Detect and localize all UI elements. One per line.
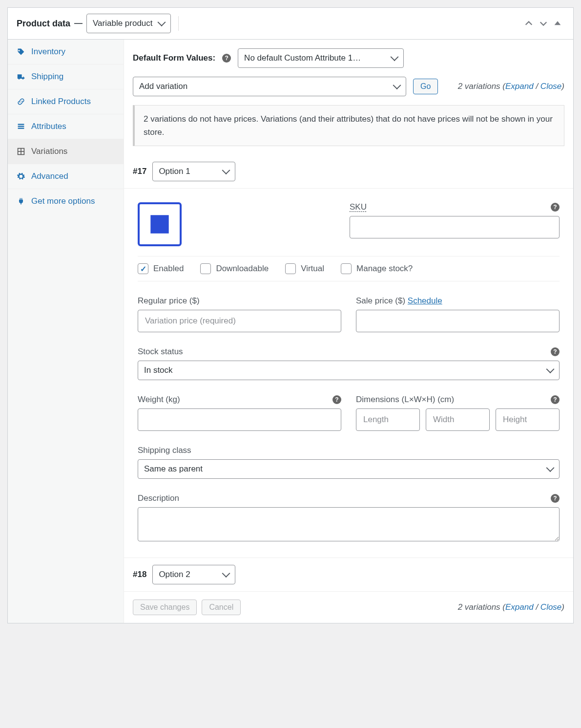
truck-icon [17, 72, 25, 81]
regular-price-input[interactable] [138, 310, 341, 332]
schedule-link[interactable]: Schedule [408, 296, 442, 305]
svg-rect-0 [18, 124, 24, 125]
footer-row: Save changes Cancel 2 variations (Expand… [124, 591, 573, 623]
sku-input[interactable] [350, 216, 560, 238]
variation-17-body: SKU ? Enabled Downloadable [124, 188, 573, 557]
product-data-panel: Product data — Variable product Inventor… [7, 7, 574, 623]
move-down-icon[interactable] [536, 19, 551, 28]
stock-status-select[interactable]: In stock [138, 361, 560, 380]
panel-header: Product data — Variable product [8, 8, 573, 40]
default-form-values-row: Default Form Values: ? No default Custom… [124, 40, 573, 77]
help-icon[interactable]: ? [222, 54, 231, 63]
add-variation-row: Add variation Go 2 variations (Expand / … [124, 77, 573, 105]
default-form-values-label: Default Form Values: [133, 53, 215, 63]
variation-18-option-select[interactable]: Option 2 [152, 565, 235, 584]
width-input[interactable] [426, 408, 490, 431]
description-label: Description [138, 493, 179, 503]
help-icon[interactable]: ? [551, 494, 560, 503]
sale-price-input[interactable] [356, 310, 560, 332]
product-type-select[interactable]: Variable product [86, 14, 171, 33]
sidebar-item-linked[interactable]: Linked Products [8, 89, 124, 114]
grid-icon [17, 147, 25, 156]
sidebar: Inventory Shipping Linked Products Attri… [8, 40, 124, 623]
variation-17-option-select[interactable]: Option 1 [152, 162, 235, 181]
sidebar-item-inventory[interactable]: Inventory [8, 40, 124, 64]
variation-id: #18 [133, 570, 146, 579]
move-up-icon[interactable] [521, 19, 536, 28]
sidebar-item-advanced[interactable]: Advanced [8, 164, 124, 189]
regular-price-label: Regular price ($) [138, 296, 200, 306]
panel-title: Product data [17, 19, 70, 29]
svg-rect-2 [18, 128, 24, 128]
description-textarea[interactable] [138, 507, 560, 541]
svg-rect-1 [18, 126, 24, 127]
checkbox-icon [285, 263, 296, 274]
main-content: Default Form Values: ? No default Custom… [124, 40, 573, 623]
dimensions-label: Dimensions (L×W×H) (cm) [356, 395, 454, 405]
variation-id: #17 [133, 167, 146, 176]
stock-status-label: Stock status [138, 347, 183, 357]
link-icon [17, 97, 25, 106]
add-variation-select[interactable]: Add variation [133, 77, 406, 96]
save-changes-button[interactable]: Save changes [133, 600, 197, 615]
virtual-checkbox[interactable]: Virtual [285, 263, 324, 274]
sidebar-item-attributes[interactable]: Attributes [8, 114, 124, 139]
checkbox-icon [200, 263, 211, 274]
collapse-icon[interactable] [551, 20, 564, 27]
sku-label: SKU [350, 202, 367, 212]
gear-icon [17, 172, 25, 181]
go-button[interactable]: Go [413, 79, 438, 94]
plug-icon [17, 197, 25, 206]
length-input[interactable] [356, 408, 420, 431]
variations-count-bottom: 2 variations (Expand / Close) [458, 602, 564, 612]
help-icon[interactable]: ? [551, 347, 560, 356]
price-warning-notice: 2 variations do not have prices. Variati… [133, 105, 564, 146]
manage-stock-checkbox[interactable]: Manage stock? [341, 263, 413, 274]
variations-count-top: 2 variations (Expand / Close) [458, 82, 564, 91]
default-attribute-select[interactable]: No default Custom Attribute 1… [238, 48, 404, 68]
checkbox-icon [138, 263, 148, 274]
sidebar-item-more[interactable]: Get more options [8, 189, 124, 214]
checkbox-icon [341, 263, 352, 274]
checkbox-row: Enabled Downloadable Virtual Manage stoc… [138, 256, 560, 281]
help-icon[interactable]: ? [551, 203, 560, 212]
weight-label: Weight (kg) [138, 395, 180, 405]
variation-17-header[interactable]: #17 Option 1 [124, 155, 573, 188]
expand-link[interactable]: Expand [505, 82, 534, 91]
expand-link[interactable]: Expand [505, 602, 534, 612]
sidebar-item-variations[interactable]: Variations [8, 139, 124, 164]
list-icon [17, 122, 25, 131]
sidebar-item-shipping[interactable]: Shipping [8, 64, 124, 89]
tag-icon [17, 47, 25, 56]
downloadable-checkbox[interactable]: Downloadable [200, 263, 269, 274]
height-input[interactable] [496, 408, 560, 431]
variation-image-upload[interactable] [138, 202, 182, 246]
enabled-checkbox[interactable]: Enabled [138, 263, 184, 274]
shipping-class-select[interactable]: Same as parent [138, 459, 560, 479]
weight-input[interactable] [138, 408, 341, 431]
sale-price-label: Sale price ($) [356, 296, 408, 305]
cancel-button[interactable]: Cancel [202, 600, 241, 615]
shipping-class-label: Shipping class [138, 446, 191, 455]
close-link[interactable]: Close [540, 602, 561, 612]
panel-body: Inventory Shipping Linked Products Attri… [8, 40, 573, 623]
close-link[interactable]: Close [540, 82, 561, 91]
variation-18-header[interactable]: #18 Option 2 [124, 557, 573, 591]
help-icon[interactable]: ? [551, 395, 560, 404]
help-icon[interactable]: ? [332, 395, 341, 404]
